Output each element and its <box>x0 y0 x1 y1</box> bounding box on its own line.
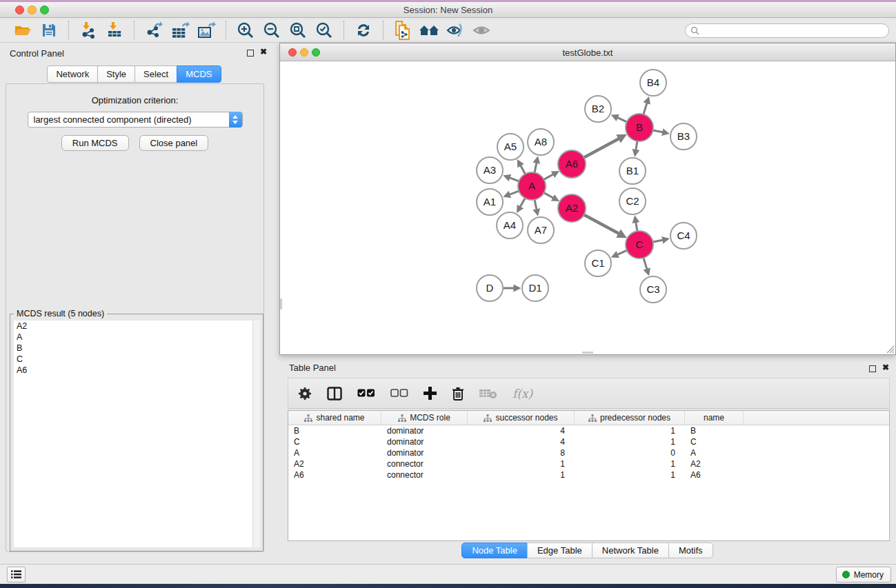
graph-edge-C-C2[interactable] <box>636 223 637 232</box>
float-panel-icon[interactable] <box>869 365 876 372</box>
mcds-result-item[interactable]: A6 <box>14 365 260 376</box>
graph-node-A3[interactable]: A3 <box>477 157 503 183</box>
graph-edge-A2-C[interactable] <box>584 215 619 234</box>
graph-node-D1[interactable]: D1 <box>522 275 548 301</box>
add-column-button[interactable] <box>424 387 437 400</box>
column-header-predecessor-nodes[interactable]: predecessor nodes <box>575 411 685 425</box>
select-all-button[interactable] <box>357 389 375 398</box>
mcds-result-item[interactable]: C <box>14 354 260 365</box>
column-visibility-button[interactable] <box>327 387 342 401</box>
search-input[interactable] <box>685 23 889 38</box>
graph-edge-A-A3[interactable] <box>510 178 519 181</box>
save-session-button[interactable] <box>36 20 62 41</box>
zoom-fit-button[interactable] <box>285 20 311 41</box>
zoom-out-button[interactable] <box>259 20 285 41</box>
close-panel-icon[interactable]: ✖ <box>882 363 889 372</box>
table-row[interactable]: A6connector11A6 <box>288 469 889 480</box>
export-table-button[interactable] <box>167 20 193 41</box>
resize-grip-icon[interactable] <box>886 345 895 354</box>
graph-node-C[interactable]: C <box>626 231 653 258</box>
table-row[interactable]: Bdominator41B <box>288 425 889 436</box>
graph-node-B[interactable]: B <box>626 114 653 141</box>
graph-edge-B-B1[interactable] <box>636 141 637 150</box>
duplicate-network-button[interactable] <box>390 20 416 41</box>
graph-edge-A-A6[interactable] <box>544 174 553 179</box>
tab-style[interactable]: Style <box>97 65 135 83</box>
import-table-button[interactable] <box>101 20 128 41</box>
zoom-selected-button[interactable] <box>311 20 337 41</box>
network-window-titlebar[interactable]: testGlobe.txt <box>280 43 895 61</box>
tab-network-table[interactable]: Network Table <box>592 543 669 558</box>
task-history-button[interactable] <box>7 567 26 582</box>
graph-edge-C-C3[interactable] <box>644 258 647 269</box>
mcds-result-item[interactable]: B <box>14 343 260 354</box>
close-panel-icon[interactable]: ✖ <box>260 47 267 57</box>
graph-node-A5[interactable]: A5 <box>497 134 524 160</box>
table-row[interactable]: A2connector11A2 <box>288 458 889 469</box>
import-network-button[interactable] <box>75 20 101 41</box>
tab-motifs[interactable]: Motifs <box>668 543 713 558</box>
graph-edge-C-C4[interactable] <box>653 240 663 242</box>
graph-edge-A6-B[interactable] <box>584 139 619 157</box>
zoom-in-button[interactable] <box>232 20 259 41</box>
graph-edge-B-B3[interactable] <box>653 130 663 132</box>
column-header-name[interactable]: name <box>685 411 744 425</box>
tab-node-table[interactable]: Node Table <box>461 543 528 558</box>
table-settings-button[interactable] <box>298 387 312 401</box>
export-network-button[interactable] <box>141 20 167 41</box>
graph-node-A7[interactable]: A7 <box>528 217 554 243</box>
function-builder-button[interactable]: f(x) <box>512 387 532 401</box>
graph-node-A2[interactable]: A2 <box>558 194 586 222</box>
graph-node-B3[interactable]: B3 <box>670 123 697 150</box>
graph-node-D[interactable]: D <box>477 275 503 301</box>
delete-column-button[interactable] <box>452 387 464 401</box>
graph-node-B4[interactable]: B4 <box>640 70 666 96</box>
graph-node-A6[interactable]: A6 <box>558 150 586 178</box>
mcds-result-item[interactable]: A2 <box>14 321 260 332</box>
column-header-successor-nodes[interactable]: successor nodes <box>468 411 575 425</box>
graph-node-A8[interactable]: A8 <box>528 129 554 155</box>
table-row[interactable]: Adominator80A <box>288 447 889 458</box>
memory-button[interactable]: Memory <box>836 567 891 582</box>
tab-edge-table[interactable]: Edge Table <box>527 543 593 558</box>
graph-edge-B-B4[interactable] <box>644 103 647 114</box>
show-all-networks-button[interactable] <box>416 20 442 41</box>
graph-node-C3[interactable]: C3 <box>640 276 666 303</box>
float-panel-icon[interactable] <box>247 50 254 57</box>
graph-node-C4[interactable]: C4 <box>670 223 697 249</box>
graph-node-A4[interactable]: A4 <box>497 212 523 239</box>
network-graph[interactable]: B4B2BB3A8A5A6A3B1AA1C2A2A4A7C4CC1C3DD1 <box>280 62 895 354</box>
show-hidden-button[interactable] <box>468 20 495 41</box>
column-header-mcds-role[interactable]: MCDS role <box>381 411 468 425</box>
column-header-shared-name[interactable]: shared name <box>288 411 381 425</box>
graph-edge-A-A2[interactable] <box>544 193 553 198</box>
graph-edge-B-B2[interactable] <box>617 118 626 122</box>
graph-node-A1[interactable]: A1 <box>477 189 503 215</box>
deselect-all-button[interactable] <box>390 389 408 398</box>
optimization-select[interactable]: largest connected component (directed) <box>28 112 243 128</box>
graph-node-B1[interactable]: B1 <box>619 158 646 184</box>
graph-edge-A-A7[interactable] <box>535 200 537 210</box>
tab-network[interactable]: Network <box>47 65 98 83</box>
tab-mcds[interactable]: MCDS <box>177 65 221 83</box>
graph-node-C2[interactable]: C2 <box>619 188 646 214</box>
graph-edge-A-A1[interactable] <box>510 191 519 194</box>
close-panel-button[interactable]: Close panel <box>139 135 209 151</box>
graph-edge-A-A8[interactable] <box>535 163 537 172</box>
table-row[interactable]: Cdominator41C <box>288 436 889 447</box>
graph-node-A[interactable]: A <box>518 172 546 200</box>
run-mcds-button[interactable]: Run MCDS <box>61 135 129 151</box>
graph-node-C1[interactable]: C1 <box>585 250 611 276</box>
export-image-button[interactable] <box>193 20 219 41</box>
refresh-view-button[interactable] <box>350 20 377 41</box>
mcds-list-scrollbar[interactable] <box>252 321 260 547</box>
delete-table-button[interactable] <box>479 388 497 399</box>
graph-node-B2[interactable]: B2 <box>585 96 611 122</box>
tab-select[interactable]: Select <box>135 65 177 83</box>
hide-selected-button[interactable] <box>442 20 468 41</box>
network-canvas[interactable]: B4B2BB3A8A5A6A3B1AA1C2A2A4A7C4CC1C3DD1 <box>280 62 895 354</box>
graph-edge-C-C1[interactable] <box>617 250 626 254</box>
graph-edge-A-A4[interactable] <box>520 198 525 207</box>
mcds-result-item[interactable]: A <box>14 332 260 343</box>
open-session-button[interactable] <box>10 20 36 41</box>
